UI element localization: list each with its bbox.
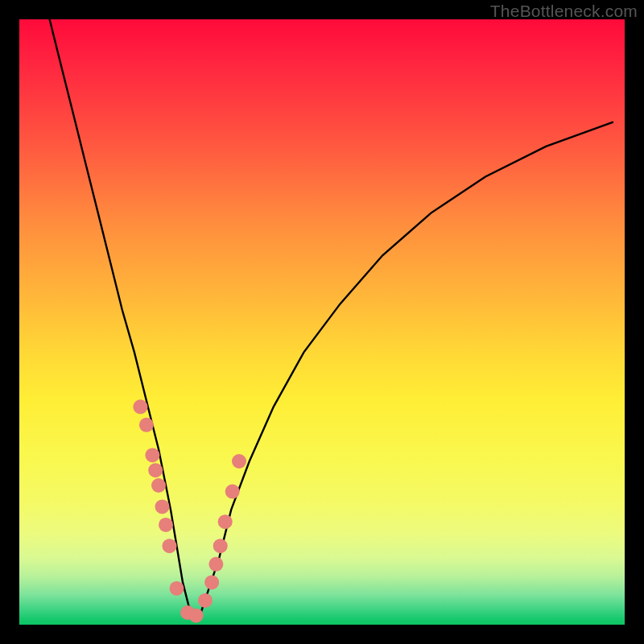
- data-point: [213, 539, 228, 553]
- data-point: [145, 448, 159, 462]
- data-point: [163, 539, 177, 553]
- data-point: [198, 593, 213, 608]
- data-point: [225, 485, 240, 499]
- data-point: [208, 557, 223, 572]
- data-point: [159, 518, 173, 532]
- data-point: [133, 399, 147, 414]
- bottleneck-curve: [50, 19, 613, 619]
- data-points: [133, 399, 246, 622]
- data-point: [218, 514, 233, 529]
- data-point: [232, 454, 246, 469]
- data-point: [189, 609, 204, 623]
- data-point: [148, 463, 163, 477]
- data-point: [139, 418, 154, 432]
- data-point: [170, 581, 184, 596]
- data-point: [155, 499, 170, 514]
- watermark: TheBottleneck.com: [490, 2, 638, 21]
- data-point: [204, 575, 219, 589]
- curve-overlay: [19, 19, 625, 625]
- chart-frame: TheBottleneck.com: [0, 0, 644, 644]
- plot-area: [19, 19, 625, 625]
- data-point: [151, 478, 166, 493]
